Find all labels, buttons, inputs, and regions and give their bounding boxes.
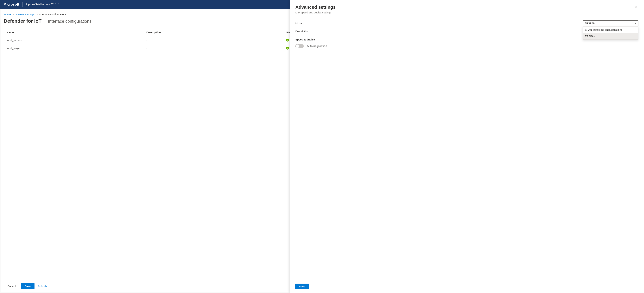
toggle-knob: [296, 45, 299, 48]
mode-dropdown-control[interactable]: ERSPAN: [583, 21, 638, 26]
chevron-down-icon: [634, 22, 636, 24]
check-circle-icon: [286, 47, 289, 50]
required-indicator: *: [303, 22, 304, 25]
cell-name: local_player: [4, 44, 144, 52]
description-label: Description: [295, 30, 579, 33]
mode-option-span[interactable]: SPAN Traffic (no encapsulation): [583, 27, 638, 33]
title-divider: [44, 19, 45, 23]
mode-option-erspan[interactable]: ERSPAN: [583, 33, 638, 40]
breadcrumb-sep: >: [36, 13, 38, 16]
breadcrumb-home[interactable]: Home: [4, 13, 11, 16]
auto-negotiation-toggle[interactable]: [295, 44, 304, 48]
save-button[interactable]: Save: [21, 283, 34, 289]
topbar-divider: [22, 2, 22, 7]
panel-title: Advanced settings: [295, 5, 336, 10]
tenant-label: Alpine-Ski-House - 23.1.0: [26, 3, 60, 6]
col-description[interactable]: Description: [144, 29, 283, 36]
cell-name: local_listener: [4, 36, 144, 44]
cancel-button[interactable]: Cancel: [4, 283, 19, 289]
breadcrumb-current: Interface configurations: [39, 13, 66, 16]
mode-label-text: Mode: [295, 22, 302, 25]
mode-dropdown[interactable]: ERSPAN SPAN Traffic (no encapsulation) E…: [583, 21, 638, 26]
panel-save-button[interactable]: Save: [295, 283, 309, 289]
product-name: Defender for IoT: [4, 18, 42, 24]
cell-description: -: [144, 36, 283, 44]
page-subtitle: Interface configurations: [48, 19, 91, 24]
page-actions: Cancel Save Refresh: [4, 283, 48, 289]
breadcrumb-system-settings[interactable]: System settings: [16, 13, 34, 16]
advanced-settings-panel: Advanced settings Link speed and duplex …: [290, 0, 644, 293]
close-icon: [635, 5, 638, 9]
check-circle-icon: [286, 39, 289, 42]
col-name[interactable]: Name: [4, 29, 144, 36]
mode-dropdown-menu: SPAN Traffic (no encapsulation) ERSPAN: [583, 26, 638, 40]
close-button[interactable]: [634, 5, 638, 10]
auto-negotiation-label: Auto negotiation: [307, 45, 327, 48]
mode-selected-value: ERSPAN: [584, 22, 595, 25]
panel-subtitle: Link speed and duplex settings: [295, 11, 336, 14]
cell-description: -: [144, 44, 283, 52]
brand-label: Microsoft: [4, 3, 19, 7]
mode-label: Mode*: [295, 22, 579, 25]
panel-divider: [295, 17, 638, 17]
breadcrumb-sep: >: [12, 13, 14, 16]
refresh-link[interactable]: Refresh: [36, 285, 48, 287]
